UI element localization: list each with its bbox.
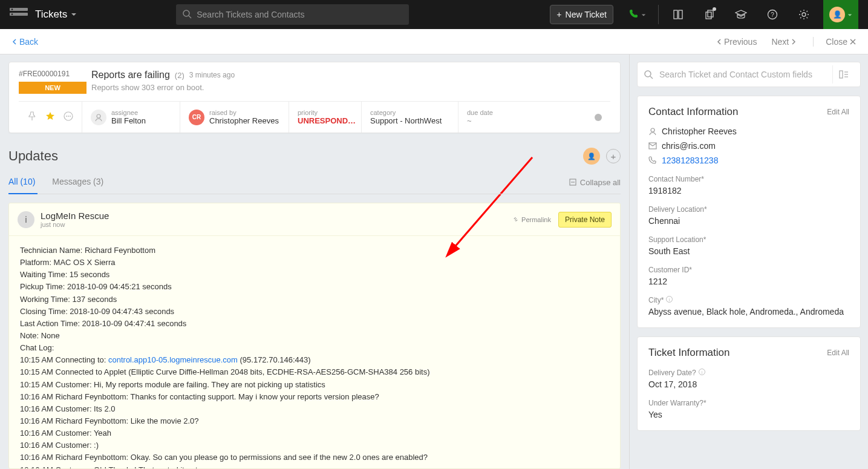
sidebar-pane: Contact Information Edit All Christopher…: [629, 54, 868, 469]
due-date-field[interactable]: due date ~: [458, 102, 610, 133]
custom-fields-search[interactable]: [637, 62, 861, 87]
info-icon[interactable]: i: [666, 296, 673, 304]
module-label: Tickets: [35, 8, 67, 21]
add-participant-button[interactable]: +: [606, 149, 621, 163]
field-support-location[interactable]: Support Location* South East: [648, 235, 849, 256]
graduation-icon[interactable]: [729, 0, 753, 29]
edit-all-ticket-link[interactable]: Edit All: [827, 349, 849, 357]
field-delivery-location[interactable]: Delivery Location* Chennai: [648, 205, 849, 226]
gear-icon[interactable]: [792, 0, 816, 29]
status-badge: NEW: [19, 82, 86, 94]
collapse-all-button[interactable]: Collapse all: [569, 178, 621, 187]
svg-rect-8: [706, 12, 711, 19]
svg-point-18: [70, 116, 71, 117]
ticket-description: Reports show 303 error on boot.: [91, 83, 610, 92]
updates-heading: Updates: [8, 148, 583, 164]
ticket-info-panel: Ticket Information Edit All Delivery Dat…: [637, 336, 861, 431]
app-logo-icon[interactable]: [10, 8, 28, 22]
ticket-info-title: Ticket Information: [648, 347, 827, 359]
chevron-down-icon: [641, 10, 646, 19]
field-delivery-date[interactable]: Delivery Date? i Oct 17, 2018: [648, 369, 849, 389]
phone-icon: [629, 9, 639, 21]
ticket-detail-pane: #FRE00000191 NEW Reports are failing (2)…: [0, 54, 629, 469]
module-selector[interactable]: Tickets: [35, 8, 77, 21]
new-ticket-button[interactable]: + New Ticket: [550, 5, 613, 24]
status-dot: [595, 114, 602, 121]
svg-point-16: [66, 116, 67, 117]
previous-link[interactable]: Previous: [717, 37, 757, 47]
ticket-age: 3 minutes ago: [189, 71, 235, 79]
ticket-actions: [19, 102, 82, 133]
svg-rect-9: [708, 10, 713, 17]
updates-tabs: All (10) Messages (3) Collapse all: [8, 171, 621, 194]
ticket-pager: Previous Next Close: [717, 37, 856, 47]
avatar: 👤: [829, 7, 845, 22]
contact-info-panel: Contact Information Edit All Christopher…: [637, 96, 861, 328]
tab-all[interactable]: All (10): [8, 171, 35, 194]
more-icon[interactable]: [64, 111, 73, 123]
global-search[interactable]: [176, 4, 409, 25]
participant-avatar[interactable]: 👤: [583, 148, 600, 165]
svg-rect-7: [679, 10, 682, 19]
contact-phone-row[interactable]: 123812831238: [648, 156, 849, 165]
field-contact-number[interactable]: Contact Number* 1918182: [648, 175, 849, 195]
svg-line-23: [650, 76, 653, 79]
filter-button[interactable]: [832, 65, 854, 84]
secondary-nav: Back Previous Next Close: [0, 29, 868, 54]
ticket-id: #FRE00000191: [19, 70, 86, 78]
svg-point-19: [97, 114, 100, 118]
contact-email-row[interactable]: chris@ris.com: [648, 141, 849, 151]
close-link[interactable]: Close: [813, 37, 856, 47]
info-icon[interactable]: i: [699, 369, 705, 377]
contact-info-title: Contact Information: [648, 106, 827, 118]
copy-icon[interactable]: [697, 0, 722, 29]
svg-point-12: [802, 13, 806, 16]
svg-point-3: [11, 13, 13, 15]
plus-icon: +: [556, 10, 561, 19]
back-link[interactable]: Back: [12, 37, 38, 47]
svg-rect-6: [674, 10, 677, 19]
user-menu[interactable]: 👤: [823, 0, 858, 29]
chevron-down-icon: [71, 8, 77, 21]
svg-point-4: [183, 10, 189, 16]
notification-dot: [713, 7, 716, 11]
info-icon: i: [18, 211, 34, 228]
permalink-link[interactable]: Permalink: [512, 216, 551, 223]
star-icon[interactable]: [45, 111, 55, 123]
pin-icon[interactable]: [27, 111, 37, 123]
custom-fields-search-input[interactable]: [659, 70, 832, 79]
field-city[interactable]: City* i Abyss avenue, Black hole, Androm…: [648, 296, 849, 316]
ticket-title: Reports are failing: [91, 70, 170, 80]
contact-name-row[interactable]: Christopher Reeves: [648, 126, 849, 136]
back-label: Back: [19, 37, 38, 47]
global-search-input[interactable]: [197, 10, 403, 19]
chevron-down-icon: [847, 10, 852, 19]
person-icon: [91, 110, 106, 125]
next-link[interactable]: Next: [771, 37, 796, 47]
ticket-header-card: #FRE00000191 NEW Reports are failing (2)…: [8, 62, 621, 133]
assignee-field[interactable]: assignee Bill Felton: [82, 102, 180, 133]
raised-avatar: CR: [189, 110, 204, 125]
note-card: i LogMeIn Rescue just now Permalink Priv…: [8, 203, 621, 469]
tab-messages[interactable]: Messages (3): [52, 171, 103, 194]
field-customer-id[interactable]: Customer ID* 1212: [648, 266, 849, 286]
search-icon: [182, 9, 192, 21]
category-field[interactable]: category Support - NorthWest: [362, 102, 458, 133]
topbar: Tickets + New Ticket ? 👤: [0, 0, 868, 29]
private-note-badge: Private Note: [558, 212, 612, 228]
field-warranty[interactable]: Under Warranty?* Yes: [648, 399, 849, 419]
ticket-count: (2): [175, 71, 184, 80]
svg-text:i: i: [669, 298, 670, 302]
svg-text:i: i: [701, 370, 702, 375]
priority-field[interactable]: priority UNRESPOND…: [289, 102, 362, 133]
note-author: LogMeIn Rescue: [41, 211, 109, 221]
phone-button[interactable]: [624, 0, 651, 29]
new-ticket-label: New Ticket: [566, 10, 607, 19]
edit-all-contact-link[interactable]: Edit All: [827, 108, 849, 116]
help-icon[interactable]: ?: [760, 0, 785, 29]
svg-rect-24: [840, 71, 843, 78]
svg-line-5: [189, 16, 191, 18]
raised-by-field[interactable]: CR raised by Christopher Reeves: [180, 102, 289, 133]
note-timestamp: just now: [41, 221, 109, 228]
book-icon[interactable]: [666, 0, 690, 29]
